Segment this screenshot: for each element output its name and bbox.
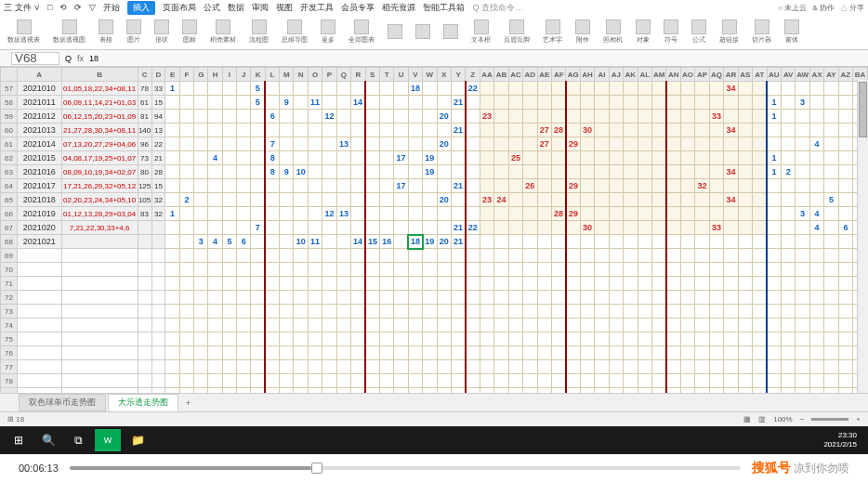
cell[interactable] xyxy=(365,374,379,388)
cell[interactable] xyxy=(494,249,508,263)
cell[interactable] xyxy=(494,319,508,332)
cell[interactable] xyxy=(523,346,537,360)
ribbon-icon[interactable] xyxy=(182,20,197,34)
cell[interactable] xyxy=(365,305,379,319)
cell[interactable] xyxy=(796,277,809,291)
cell[interactable] xyxy=(595,207,609,221)
cell[interactable] xyxy=(609,360,623,374)
cell[interactable] xyxy=(523,263,537,277)
cell[interactable] xyxy=(552,388,566,394)
cell[interactable] xyxy=(251,179,265,193)
cell[interactable] xyxy=(523,374,537,388)
cell[interactable] xyxy=(695,96,709,110)
cell[interactable] xyxy=(552,305,566,319)
cell[interactable] xyxy=(695,193,709,207)
row-header[interactable]: 72 xyxy=(1,291,18,305)
tab-vip[interactable]: 会员专享 xyxy=(341,2,375,14)
cell[interactable] xyxy=(351,249,365,263)
cell[interactable] xyxy=(709,319,723,332)
cell[interactable]: 01,05,18,22,34+08,11 xyxy=(61,82,138,96)
cell[interactable] xyxy=(494,374,508,388)
cell[interactable] xyxy=(695,235,709,249)
cell[interactable] xyxy=(336,291,350,305)
cell[interactable] xyxy=(494,165,508,179)
cell[interactable] xyxy=(408,151,422,165)
cell[interactable] xyxy=(609,263,623,277)
cell[interactable] xyxy=(651,360,665,374)
cell[interactable] xyxy=(423,263,437,277)
cell[interactable]: 28 xyxy=(552,124,566,137)
cell[interactable] xyxy=(523,388,537,394)
cell[interactable] xyxy=(351,263,365,277)
cell[interactable] xyxy=(222,346,236,360)
cell[interactable] xyxy=(566,346,580,360)
row-header[interactable]: 77 xyxy=(1,360,18,374)
cell[interactable] xyxy=(165,221,179,235)
cell[interactable] xyxy=(308,193,322,207)
cell[interactable] xyxy=(308,263,322,277)
cell[interactable] xyxy=(709,346,723,360)
cell[interactable] xyxy=(322,388,336,394)
cell[interactable] xyxy=(222,291,236,305)
cell[interactable] xyxy=(651,346,665,360)
cell[interactable] xyxy=(466,360,480,374)
cell[interactable] xyxy=(466,207,480,221)
cell[interactable] xyxy=(709,151,723,165)
cell[interactable] xyxy=(294,179,308,193)
cell[interactable] xyxy=(280,346,294,360)
cell[interactable] xyxy=(552,179,566,193)
cell[interactable] xyxy=(165,249,179,263)
cell[interactable]: 6 xyxy=(265,110,279,124)
cell[interactable] xyxy=(753,151,767,165)
cell[interactable] xyxy=(537,374,551,388)
cell[interactable] xyxy=(194,124,208,137)
cell[interactable] xyxy=(265,249,279,263)
cell[interactable] xyxy=(753,137,767,151)
cell[interactable] xyxy=(394,360,408,374)
cell[interactable]: 3 xyxy=(796,207,809,221)
cell[interactable] xyxy=(394,96,408,110)
cell[interactable] xyxy=(796,305,809,319)
cell[interactable] xyxy=(838,346,852,360)
cell[interactable] xyxy=(566,277,580,291)
cell[interactable] xyxy=(709,305,723,319)
cell[interactable] xyxy=(666,235,680,249)
cell[interactable] xyxy=(767,319,781,332)
cell[interactable] xyxy=(767,305,781,319)
cell[interactable] xyxy=(280,263,294,277)
cell[interactable]: 28 xyxy=(552,207,566,221)
cell[interactable] xyxy=(638,207,651,221)
cell[interactable] xyxy=(365,151,379,165)
cell[interactable] xyxy=(480,374,493,388)
cell[interactable] xyxy=(466,319,480,332)
cell[interactable] xyxy=(308,151,322,165)
cell[interactable] xyxy=(624,96,638,110)
cell[interactable] xyxy=(179,388,193,394)
cell[interactable] xyxy=(194,374,208,388)
cell[interactable] xyxy=(237,319,251,332)
cell[interactable] xyxy=(322,305,336,319)
cell[interactable] xyxy=(237,346,251,360)
cell[interactable]: 2021017 xyxy=(17,179,61,193)
cell[interactable] xyxy=(280,179,294,193)
cell[interactable] xyxy=(651,165,665,179)
cell[interactable] xyxy=(179,110,193,124)
cell[interactable] xyxy=(709,165,723,179)
cell[interactable]: 33 xyxy=(151,82,165,96)
cell[interactable]: 10 xyxy=(294,165,308,179)
cell[interactable] xyxy=(466,235,480,249)
cell[interactable] xyxy=(351,374,365,388)
cell[interactable] xyxy=(437,151,451,165)
cell[interactable] xyxy=(280,110,294,124)
cell[interactable] xyxy=(738,360,752,374)
cell[interactable] xyxy=(294,137,308,151)
cell[interactable] xyxy=(580,82,594,96)
cell[interactable] xyxy=(537,110,551,124)
cell[interactable] xyxy=(724,374,738,388)
cell[interactable] xyxy=(379,291,393,305)
cell[interactable] xyxy=(451,319,465,332)
cell[interactable] xyxy=(767,235,781,249)
cell[interactable] xyxy=(781,374,795,388)
cell[interactable] xyxy=(379,151,393,165)
cell[interactable] xyxy=(580,277,594,291)
